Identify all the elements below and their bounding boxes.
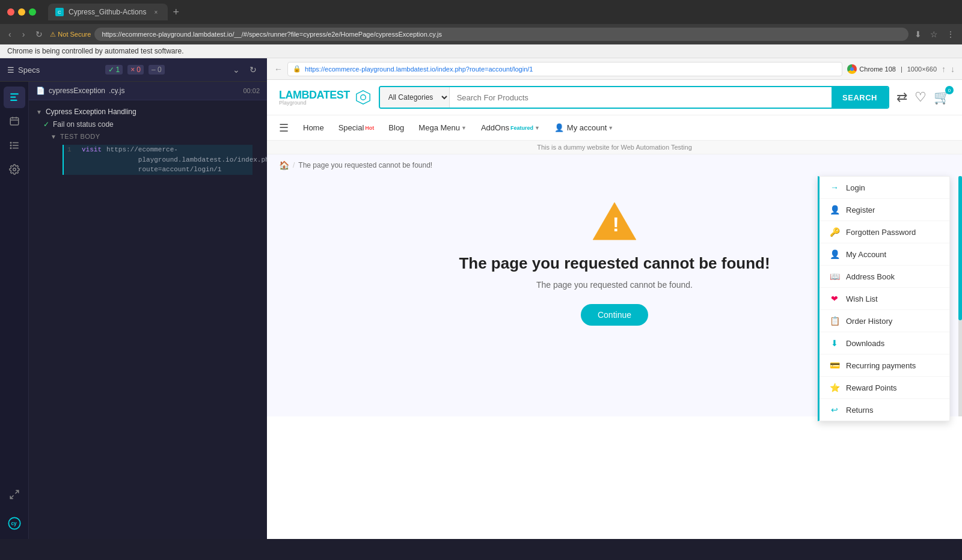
svg-rect-0 <box>10 93 19 94</box>
title-bar: C Cypress_Github-Actions × + <box>0 0 962 24</box>
svg-text:!: ! <box>613 213 619 236</box>
error-title: The page you requested cannot be found! <box>459 254 770 273</box>
svg-rect-2 <box>10 100 17 101</box>
viewport-scrollbar[interactable] <box>958 176 962 416</box>
browser-name: Chrome 108 <box>859 65 896 73</box>
cypress-file-panel: 📄 cypressException .cy.js 00:02 ▼ Cypres… <box>29 82 267 539</box>
key-icon: 🔑 <box>829 227 840 237</box>
nav-special-label: Special <box>339 123 364 132</box>
dropdown-returns[interactable]: ↩ Returns <box>820 399 949 421</box>
specs-menu-icon: ☰ <box>7 65 14 75</box>
code-line-1: 1 visit https://ecommerce- playground.la… <box>63 145 253 175</box>
maximize-button[interactable] <box>29 8 36 16</box>
nav-addons[interactable]: AddOns Featured ▼ <box>481 123 540 132</box>
logo-icon <box>355 89 372 106</box>
viewport-back-button[interactable]: ← <box>274 64 283 74</box>
svg-point-11 <box>10 145 11 146</box>
breadcrumb-home-icon[interactable]: 🏠 <box>279 160 289 170</box>
test-body-label: TEST BODY <box>60 133 100 140</box>
content-area: ! The page you requested cannot be found… <box>267 176 962 416</box>
new-tab-button[interactable]: + <box>168 6 184 19</box>
reload-button[interactable]: ↻ <box>32 27 46 41</box>
continue-button[interactable]: Continue <box>581 304 648 326</box>
nav-special[interactable]: Special Hot <box>339 123 375 132</box>
scrollbar-thumb <box>958 176 962 320</box>
scroll-up-button[interactable]: ↑ <box>942 64 946 74</box>
bookmark-button[interactable]: ☆ <box>928 28 940 40</box>
expand-button[interactable]: ⌄ <box>230 63 243 76</box>
logo-area[interactable]: LAMBDATEST Playground <box>279 89 372 106</box>
nav-account-caret: ▼ <box>608 125 613 131</box>
dropdown-order-history[interactable]: 📋 Order History <box>820 310 949 332</box>
close-button[interactable] <box>7 8 14 16</box>
svg-line-15 <box>10 496 13 499</box>
compare-icon[interactable]: ⇄ <box>896 90 907 105</box>
sidebar-item-list[interactable] <box>4 135 25 156</box>
window-controls[interactable] <box>7 8 36 16</box>
nav-home[interactable]: Home <box>303 123 324 132</box>
wishlist-icon[interactable]: ♡ <box>915 90 927 105</box>
back-button[interactable]: ‹ <box>5 27 15 41</box>
test-body-toggle[interactable]: ▼ TEST BODY <box>43 130 267 142</box>
site-header: LAMBDATEST Playground All Categories <box>267 80 962 115</box>
svg-text:cy: cy <box>11 521 17 526</box>
svg-point-12 <box>10 148 11 149</box>
nav-account-icon: 👤 <box>554 123 564 132</box>
forward-button[interactable]: › <box>19 27 29 41</box>
tab-close-button[interactable]: × <box>151 7 161 17</box>
sidebar-item-settings[interactable] <box>4 159 25 180</box>
address-bar-input[interactable] <box>94 28 908 41</box>
dropdown-my-account[interactable]: 👤 My Account <box>820 243 949 266</box>
code-keyword: visit <box>82 145 102 175</box>
minimize-button[interactable] <box>18 8 25 16</box>
sidebar-item-run[interactable] <box>4 87 25 108</box>
suite-header[interactable]: ▼ Cypress Exception Handling <box>29 105 267 118</box>
chrome-icon <box>847 64 857 74</box>
sidebar-item-cypress-logo: cy <box>4 513 25 534</box>
site-nav: ☰ Home Special Hot Blog Mega Menu ▼ AddO… <box>267 115 962 141</box>
category-select[interactable]: All Categories <box>380 87 450 108</box>
suite-name: Cypress Exception Handling <box>46 108 136 116</box>
url-icon: 🔒 <box>293 65 301 73</box>
browser-tab[interactable]: C Cypress_Github-Actions × <box>48 4 168 20</box>
heart-icon: ❤ <box>829 294 840 303</box>
nav-mega-menu[interactable]: Mega Menu ▼ <box>418 123 467 132</box>
nav-addons-label: AddOns <box>481 123 509 132</box>
dropdown-address-book[interactable]: 📖 Address Book <box>820 266 949 288</box>
line-number: 1 <box>67 145 77 175</box>
cart-icon-area[interactable]: 🛒 0 <box>934 90 950 105</box>
file-icon: 📄 <box>36 87 45 95</box>
sidebar-item-expand[interactable] <box>4 484 25 505</box>
suite-arrow-icon: ▼ <box>36 109 42 115</box>
not-secure-label: Not Secure <box>58 31 91 38</box>
dropdown-downloads[interactable]: ⬇ Downloads <box>820 332 949 355</box>
separator: | <box>901 65 902 73</box>
dropdown-forgotten-password[interactable]: 🔑 Forgotten Password <box>820 221 949 243</box>
menu-button[interactable]: ⋮ <box>944 28 957 40</box>
search-button[interactable]: SEARCH <box>832 87 888 108</box>
account-icon: 👤 <box>829 249 840 259</box>
search-bar-area: All Categories SEARCH <box>379 86 889 109</box>
dropdown-register[interactable]: 👤 Register <box>820 199 949 221</box>
payments-icon: 💳 <box>829 361 840 370</box>
hamburger-icon[interactable]: ☰ <box>279 121 289 135</box>
file-name-area: 📄 cypressException .cy.js <box>36 87 125 95</box>
file-header: 📄 cypressException .cy.js 00:02 <box>29 82 267 100</box>
reward-icon: ⭐ <box>829 383 840 392</box>
file-ext: .cy.js <box>109 87 124 95</box>
returns-icon: ↩ <box>829 405 840 415</box>
nav-blog[interactable]: Blog <box>388 123 404 132</box>
download-button[interactable]: ⬇ <box>912 28 924 40</box>
scroll-down-button[interactable]: ↓ <box>951 64 955 74</box>
sidebar-item-calendar[interactable] <box>4 111 25 132</box>
dropdown-wish-list[interactable]: ❤ Wish List <box>820 288 949 310</box>
dropdown-recurring-payments[interactable]: 💳 Recurring payments <box>820 355 949 377</box>
test-item[interactable]: ✓ Fail on status code <box>29 118 267 130</box>
refresh-button[interactable]: ↻ <box>247 63 260 76</box>
search-input[interactable] <box>450 93 832 102</box>
dropdown-login[interactable]: → Login <box>820 177 949 199</box>
svg-rect-3 <box>10 118 19 125</box>
nav-my-account[interactable]: 👤 My account ▼ <box>554 123 613 132</box>
dropdown-reward-points[interactable]: ⭐ Reward Points <box>820 377 949 399</box>
viewport-url: 🔒 https://ecommerce-playground.lambdates… <box>287 62 842 76</box>
